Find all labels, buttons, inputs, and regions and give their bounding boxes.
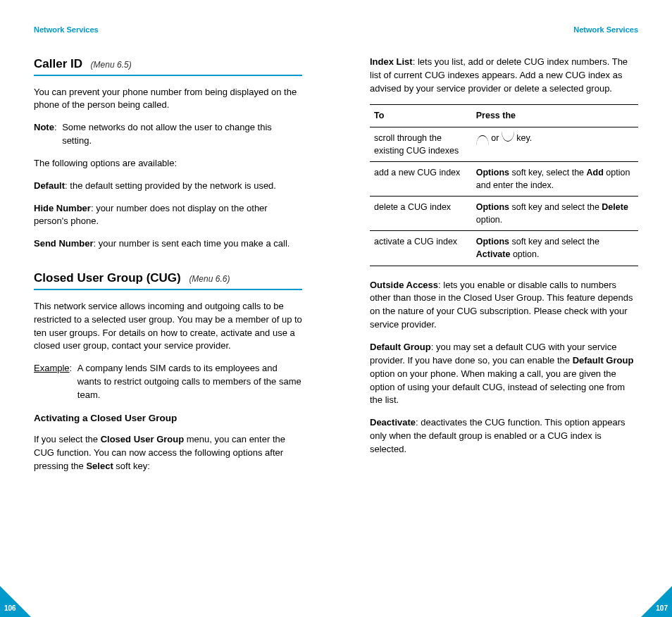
table-row: activate a CUG indexOptions soft key and…: [370, 231, 638, 266]
heading-text: Caller ID: [34, 57, 82, 70]
deactivate-paragraph: Deactivate: deactivates the CUG function…: [370, 416, 638, 456]
table-row: scroll through the existing CUG indexes …: [370, 127, 638, 161]
note-block: Note: Some networks do not allow the use…: [34, 121, 302, 148]
table-cell-to: add a new CUG index: [370, 161, 472, 196]
right-page: Network Services Index List: lets you li…: [336, 0, 672, 617]
page-header-right: Network Services: [370, 25, 638, 36]
note-label: Note:: [34, 121, 62, 148]
cug-intro: This network service allows incoming and…: [34, 300, 302, 353]
table-cell-press: Options soft key and select the Activate…: [472, 231, 638, 266]
table-header-press: Press the: [472, 105, 638, 127]
table-cell-to: activate a CUG index: [370, 231, 472, 266]
table-cell-press: Options soft key, select the Add option …: [472, 161, 638, 196]
menu-reference: (Menu 6.5): [91, 60, 132, 70]
menu-reference: (Menu 6.6): [189, 274, 230, 284]
page-number: 107: [656, 604, 668, 614]
table-row: add a new CUG indexOptions soft key, sel…: [370, 161, 638, 196]
cug-actions-table: To Press the scroll through the existing…: [370, 104, 638, 266]
options-intro: The following options are available:: [34, 157, 302, 170]
option-hide: Hide Number: your number does not displa…: [34, 202, 302, 229]
section-caller-id-heading: Caller ID (Menu 6.5): [34, 56, 302, 76]
option-send: Send Number: your number is sent each ti…: [34, 237, 302, 251]
note-text: Some networks do not allow the user to c…: [62, 121, 302, 148]
example-label: Example:: [34, 362, 77, 402]
table-cell-to: delete a CUG index: [370, 197, 472, 231]
subsection-heading: Activating a Closed User Group: [34, 411, 302, 425]
table-cell-press: or key.: [472, 127, 638, 161]
left-page: Network Services Caller ID (Menu 6.5) Yo…: [0, 0, 336, 617]
example-block: Example: A company lends SIM cards to it…: [34, 362, 302, 402]
index-list-paragraph: Index List: lets you list, add or delete…: [370, 56, 638, 96]
default-group-paragraph: Default Group: you may set a default CUG…: [370, 341, 638, 407]
table-row: delete a CUG indexOptions soft key and s…: [370, 197, 638, 231]
caller-id-intro: You can prevent your phone number from b…: [34, 86, 302, 113]
page-number: 106: [4, 604, 16, 614]
table-cell-to: scroll through the existing CUG indexes: [370, 127, 472, 161]
section-cug-heading: Closed User Group (CUG) (Menu 6.6): [34, 270, 302, 290]
activating-paragraph: If you select the Closed User Group menu…: [34, 433, 302, 473]
heading-text: Closed User Group (CUG): [34, 271, 181, 285]
table-cell-press: Options soft key and select the Delete o…: [472, 197, 638, 231]
up-arc-icon: [476, 135, 489, 141]
option-default: Default: the default setting provided by…: [34, 180, 302, 193]
outside-access-paragraph: Outside Access: lets you enable or disab…: [370, 279, 638, 332]
table-header-to: To: [370, 105, 472, 127]
down-arc-icon: [502, 135, 514, 141]
example-text: A company lends SIM cards to its employe…: [77, 362, 302, 402]
page-header-left: Network Services: [34, 25, 302, 36]
